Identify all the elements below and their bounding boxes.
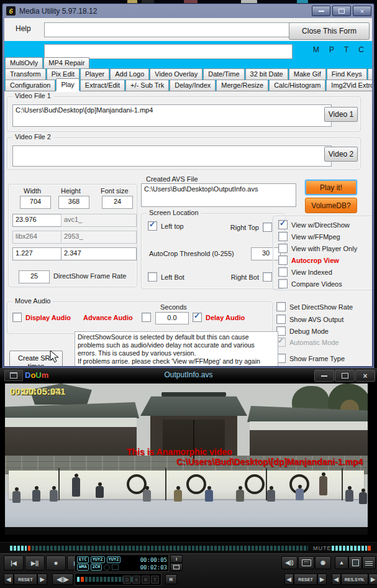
seek-remaining[interactable] [32, 546, 308, 551]
tab-calc-histogram[interactable]: Calc/Histogram [269, 80, 325, 91]
d-button[interactable]: D [123, 576, 131, 584]
eject-button[interactable]: ▲ [335, 556, 348, 569]
tab-date-time[interactable]: Date/Time [203, 68, 244, 80]
t-button[interactable]: T [151, 576, 159, 584]
s-button[interactable]: S [132, 576, 140, 584]
view-directshow-checkbox[interactable]: View w/DirectShow [278, 220, 350, 229]
tab-merge-resize[interactable]: Merge/Resize [216, 80, 268, 91]
tab-trim-merge[interactable]: Trim & Merge [368, 68, 372, 80]
video-area[interactable]: 00124 00:00:05.171 00:00:05:04 This is A… [0, 382, 377, 542]
volume-thumb[interactable] [368, 546, 371, 551]
left-bot-checkbox[interactable]: Left Bot [148, 272, 184, 282]
mute-label[interactable]: MUTE [313, 545, 332, 551]
seek-played[interactable] [10, 546, 27, 551]
tab-video-overlay[interactable]: Video Overlay [150, 68, 202, 80]
tab-make-gif[interactable]: Make Gif [289, 68, 326, 80]
frame-step-button[interactable]: ◀||▶ [52, 574, 73, 585]
menu-help[interactable]: Help [16, 24, 31, 33]
letter-t[interactable]: T [344, 45, 348, 54]
r-button[interactable]: R [165, 574, 177, 584]
dar-field[interactable]: 2.347 [61, 247, 137, 260]
video-1-button[interactable]: Video 1 [324, 107, 358, 122]
speed-up-button[interactable]: ▶ [37, 574, 47, 585]
minimize-button[interactable] [312, 6, 330, 16]
tab-multiovly[interactable]: MultiOvly [5, 57, 43, 68]
playlist-button[interactable] [362, 556, 376, 569]
ressyn-button[interactable]: RES.SYN. [341, 574, 368, 585]
view-player-only-checkbox[interactable]: View with Player Only [278, 244, 357, 253]
tab-delay-index[interactable]: Delay/Index [170, 80, 216, 91]
letter-c[interactable]: C [358, 45, 364, 54]
video-file-1-path[interactable]: C:\Users\Bud\Desktop\[dp]Manjandani-1.mp… [12, 104, 332, 127]
seek-thumb[interactable] [28, 546, 30, 551]
tab-play[interactable]: Play [56, 78, 79, 91]
compare-videos-checkbox[interactable]: Compare Videos [278, 279, 342, 288]
tab-player[interactable]: Player [80, 68, 109, 80]
height-field[interactable]: 368 [58, 196, 89, 209]
font-size-field[interactable]: 24 [102, 196, 133, 209]
right-bot-checkbox[interactable]: Right Bot [215, 272, 272, 282]
seconds-field[interactable]: 0.0 [155, 312, 189, 324]
tab-find-keys[interactable]: Find Keys [327, 68, 367, 80]
ds-rate-field[interactable]: 25 [19, 270, 50, 283]
title-bar[interactable]: 6 Media Utility 5.97.18.12 × [2, 4, 374, 18]
set-directshow-rate-checkbox[interactable]: Set DirectShow Rate [276, 302, 353, 311]
show-frame-type-checkbox[interactable]: Show Frame Type [276, 354, 345, 363]
view-indexed-checkbox[interactable]: View Indexed [278, 267, 332, 277]
ressyn-up-button[interactable]: ▶ [368, 574, 377, 585]
show-avs-output-checkbox[interactable]: Show AVS Output [276, 315, 343, 324]
tab-extract-edit[interactable]: Extract/Edit [80, 80, 125, 91]
player-maximize-button[interactable] [335, 370, 355, 382]
volumedb-button[interactable]: VolumeDB? [305, 198, 357, 213]
maximize-button[interactable] [332, 6, 351, 16]
debug-mode-checkbox[interactable]: Debug Mode [276, 326, 329, 336]
video-2-button[interactable]: Video 2 [324, 147, 358, 162]
player-close-button[interactable]: × [355, 370, 375, 382]
previous-button[interactable]: |◀ [4, 556, 24, 571]
subtitle-button[interactable]: ··· [298, 556, 314, 569]
seek-bar[interactable]: MUTE [0, 542, 377, 554]
player-minimize-button[interactable] [314, 370, 334, 382]
top-input[interactable] [44, 22, 293, 37]
display-audio-checkbox[interactable]: Display Audio [12, 313, 71, 322]
ressyn-down-button[interactable]: ◀ [332, 574, 341, 585]
player-title-bar[interactable]: DoUm OutputInfo.avs × [0, 368, 377, 383]
autocrop-view-checkbox[interactable]: Autocrop View [278, 255, 339, 265]
fps-field[interactable]: 23.976 [12, 214, 62, 227]
tab-img2vid[interactable]: Img2Vid Extrct [326, 80, 372, 91]
letter-p[interactable]: P [329, 45, 334, 54]
sync-up-button[interactable]: ▶ [317, 574, 327, 585]
tab-transform[interactable]: Transform [5, 68, 46, 80]
sar-field[interactable]: 1.227 [12, 247, 62, 260]
video-file-2-path[interactable] [12, 145, 332, 167]
advance-audio-checkbox[interactable] [142, 313, 151, 322]
delay-audio-checkbox[interactable]: Delay Audio [193, 313, 245, 322]
volume-bar[interactable] [332, 546, 367, 551]
info-button[interactable]: i [170, 555, 183, 563]
right-top-checkbox[interactable]: Right Top [215, 223, 272, 232]
tab-mp4-repair[interactable]: MP4 Repair [43, 57, 89, 68]
speed-reset-button[interactable]: RESET [14, 574, 37, 585]
play-pause-button[interactable]: ▶|| [25, 556, 45, 571]
tab-add-logo[interactable]: Add Logo [110, 68, 149, 80]
sync-reset-button[interactable]: RESET [294, 574, 317, 585]
left-top-checkbox[interactable]: Left top [148, 221, 184, 231]
record-button[interactable]: ◉ [315, 556, 331, 569]
audio-button[interactable]: ◀)) [281, 556, 298, 569]
width-field[interactable]: 704 [20, 196, 51, 209]
sync-down-button[interactable]: ◀ [284, 574, 294, 585]
stop-button[interactable]: ■ [46, 556, 66, 571]
b-button[interactable]: B [142, 576, 150, 584]
tab-sub-trk[interactable]: +/- Sub Trk [125, 80, 169, 91]
close-button[interactable]: × [353, 6, 371, 16]
close-this-form-button[interactable]: Close This Form [289, 22, 370, 40]
avs-path-field[interactable]: C:\Users\Bud\Desktop\OutputInfo.avs [141, 183, 296, 207]
save-button[interactable] [348, 556, 362, 569]
view-ffmpeg-checkbox[interactable]: View w/FFMpeg [278, 232, 340, 241]
screen-mode-button[interactable] [170, 563, 183, 571]
tab-32bit-date[interactable]: 32 bit Date [245, 68, 288, 80]
letter-m[interactable]: M [313, 45, 319, 54]
speed-down-button[interactable]: ◀ [4, 574, 14, 585]
play-it-button[interactable]: Play it! [305, 180, 357, 195]
tab-configuration[interactable]: Configuration [5, 80, 55, 91]
